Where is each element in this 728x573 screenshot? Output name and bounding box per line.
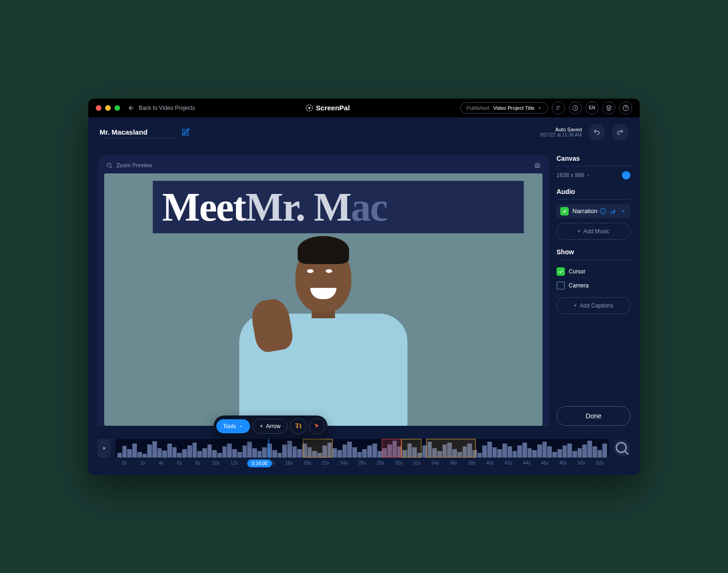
canvas-color-button[interactable]	[622, 171, 630, 179]
tick-label: 48s	[554, 460, 572, 466]
done-button[interactable]: Done	[557, 406, 630, 426]
tick-label: 44s	[517, 460, 535, 466]
volume-bars-icon[interactable]	[610, 208, 616, 215]
timeline-track[interactable]	[115, 439, 609, 458]
close-window-icon[interactable]	[96, 105, 101, 111]
svg-rect-6	[611, 212, 612, 214]
timeline-region[interactable]	[401, 439, 421, 458]
main: Zoom Preview Meet Mr. M ac	[88, 147, 640, 430]
zoom-preview-button[interactable]: Zoom Preview	[106, 162, 152, 169]
autosave-label: Auto Saved	[540, 127, 582, 132]
publish-prefix: Published:	[466, 105, 490, 111]
logo-icon	[306, 104, 313, 112]
canvas-size-dropdown[interactable]: 1638 x 986	[557, 172, 591, 179]
show-section: Show Cursor Camera + Add Captions	[557, 248, 630, 314]
publish-dropdown[interactable]: Published: Video Project Title	[460, 102, 548, 114]
list-button[interactable]	[552, 101, 565, 115]
tools-label: Tools	[223, 423, 236, 430]
edit-icon[interactable]	[181, 128, 190, 136]
tick-label: 52s	[591, 460, 609, 466]
undo-button[interactable]	[588, 124, 605, 141]
svg-point-1	[308, 107, 310, 109]
timeline-row	[98, 439, 630, 458]
chevron-down-icon	[239, 424, 243, 429]
preview-column: Zoom Preview Meet Mr. M ac	[98, 155, 549, 426]
add-captions-label: Add Captions	[579, 302, 613, 309]
magnifier-icon	[614, 440, 630, 457]
cursor-icon	[314, 423, 320, 430]
window-controls	[96, 105, 120, 111]
undo-icon	[593, 129, 600, 136]
narration-label: Narration	[572, 208, 597, 215]
chevron-down-icon[interactable]	[620, 208, 627, 215]
publish-title: Video Project Title	[493, 105, 535, 111]
tick-label: 42s	[499, 460, 517, 466]
waveform	[115, 439, 609, 458]
tools-dropdown[interactable]: Tools	[216, 419, 250, 433]
tick-label: 22s	[316, 460, 335, 466]
minimize-window-icon[interactable]	[105, 105, 111, 111]
play-icon	[101, 445, 107, 451]
layers-button[interactable]	[602, 101, 615, 115]
add-arrow-button[interactable]: + Arrow	[253, 419, 287, 434]
tick-label: 28s	[371, 460, 390, 466]
tick-label: 4s	[152, 460, 170, 466]
autosave-text: Auto Saved 9/27/22 at 11:38 AM	[540, 127, 582, 137]
project-title-group: Mr. Macasland	[100, 126, 190, 138]
tick-label: 20s	[298, 460, 316, 466]
brand: ScreenPal	[203, 104, 453, 112]
back-label: Back to Video Projects	[139, 105, 195, 111]
camera-icon[interactable]	[534, 162, 541, 169]
add-music-button[interactable]: + Add Music	[557, 223, 630, 240]
cursor-tool-button[interactable]	[309, 418, 325, 434]
side-panel: Canvas 1638 x 986 Audio Narr	[557, 155, 630, 426]
play-button[interactable]	[98, 439, 111, 458]
timeline-ticks: 0s2s4s6s8s10s12s14s16s18s20s22s24s26s28s…	[115, 460, 609, 466]
timeline-region[interactable]	[426, 439, 476, 458]
chevron-down-icon	[537, 106, 542, 110]
timeline-area: 0s2s4s6s8s10s12s14s16s18s20s22s24s26s28s…	[88, 430, 640, 475]
person-illustration	[235, 229, 412, 426]
redo-button[interactable]	[612, 124, 628, 141]
history-button[interactable]	[569, 101, 582, 115]
tick-label: 38s	[463, 460, 481, 466]
camera-checkbox[interactable]	[557, 281, 565, 290]
help-button[interactable]	[619, 101, 632, 115]
language-button[interactable]: EN	[585, 101, 599, 115]
tick-label: 6s	[170, 460, 188, 466]
tick-label: 46s	[536, 460, 554, 466]
title-word-1: Meet	[162, 184, 245, 230]
autosave-timestamp: 9/27/22 at 11:38 AM	[540, 132, 582, 137]
timeline-zoom-button[interactable]	[614, 440, 630, 457]
text-tool-button[interactable]: Tt	[290, 418, 306, 434]
timeline-region[interactable]	[303, 439, 332, 458]
title-word-2: Mr. M	[245, 184, 351, 230]
tick-label: 34s	[426, 460, 444, 466]
playhead[interactable]	[268, 439, 269, 458]
timeline-region[interactable]	[382, 439, 401, 458]
maximize-window-icon[interactable]	[114, 105, 120, 111]
video-canvas[interactable]: Meet Mr. M ac	[104, 173, 542, 426]
narration-checkbox[interactable]	[560, 207, 569, 215]
cursor-row: Cursor	[557, 265, 630, 279]
title-overlay: Meet Mr. M ac	[153, 181, 524, 233]
tick-label: 2s	[134, 460, 152, 466]
tick-label: 32s	[408, 460, 426, 466]
titlebar: Back to Video Projects ScreenPal Publish…	[88, 99, 640, 117]
info-icon[interactable]	[600, 208, 606, 215]
zoom-preview-label: Zoom Preview	[116, 162, 152, 169]
tools-bar: Tools + Arrow Tt	[214, 415, 328, 437]
back-to-projects-link[interactable]: Back to Video Projects	[128, 104, 195, 112]
camera-label: Camera	[569, 282, 589, 289]
add-captions-button[interactable]: + Add Captions	[557, 297, 630, 314]
tick-label: 10s	[207, 460, 225, 466]
done-label: Done	[585, 412, 601, 420]
history-icon	[572, 105, 578, 111]
title-word-3: ac	[351, 184, 387, 230]
check-icon	[558, 269, 564, 274]
tick-label: 12s	[225, 460, 243, 466]
cursor-checkbox[interactable]	[557, 267, 565, 276]
tick-label: 24s	[335, 460, 353, 466]
svg-rect-7	[613, 210, 614, 213]
layers-icon	[606, 105, 612, 111]
